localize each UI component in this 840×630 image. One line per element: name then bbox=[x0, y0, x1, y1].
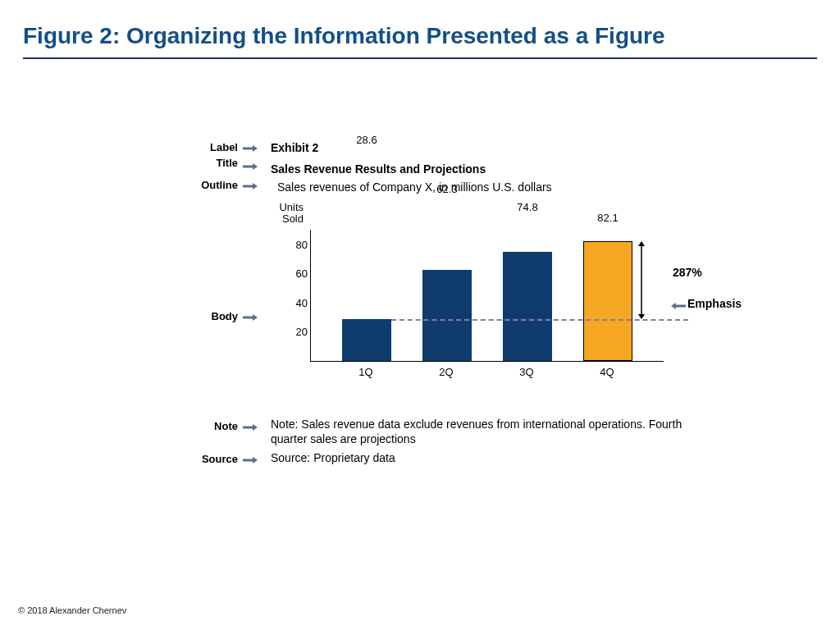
copyright-text: © 2018 Alexander Chernev bbox=[18, 605, 126, 615]
bar-group: 82.1 bbox=[583, 230, 632, 361]
bar-value-label: 82.1 bbox=[583, 212, 632, 226]
x-category-label: 2Q bbox=[422, 366, 471, 378]
bar-value-label: 28.6 bbox=[342, 134, 391, 226]
annotation-outline: Outline bbox=[201, 179, 238, 191]
annotation-body: Body bbox=[212, 310, 239, 322]
reference-line bbox=[391, 319, 688, 321]
annotation-label: Label bbox=[210, 141, 238, 153]
title-divider bbox=[23, 57, 817, 59]
bar-emphasis bbox=[583, 241, 632, 361]
svg-marker-16 bbox=[638, 241, 645, 246]
svg-marker-11 bbox=[253, 457, 258, 463]
bar-value-label: 62.3 bbox=[422, 183, 472, 226]
bar-value-label: 74.8 bbox=[503, 201, 552, 226]
exhibit-source: Source: Proprietary data bbox=[271, 451, 697, 464]
chart-y-axis-label: Units Sold bbox=[267, 202, 304, 225]
figure-stage: Label Title Outline Body Note Source Exh… bbox=[0, 141, 840, 518]
x-category-label: 3Q bbox=[502, 366, 551, 378]
exhibit-title: Sales Revenue Results and Projections bbox=[271, 162, 730, 176]
svg-marker-13 bbox=[671, 303, 676, 309]
y-tick: 20 bbox=[286, 326, 308, 338]
svg-marker-3 bbox=[253, 163, 258, 170]
y-tick: 40 bbox=[286, 296, 308, 308]
bar-group: 74.8 bbox=[503, 230, 552, 361]
svg-marker-5 bbox=[253, 183, 258, 189]
x-category-label: 1Q bbox=[341, 366, 390, 378]
bar bbox=[422, 270, 472, 361]
bar-group: 28.6 bbox=[342, 230, 391, 361]
svg-marker-1 bbox=[253, 145, 258, 152]
exhibit-note: Note: Sales revenue data exclude revenue… bbox=[271, 417, 697, 446]
exhibit-content: Exhibit 2 Sales Revenue Results and Proj… bbox=[271, 141, 730, 386]
svg-marker-7 bbox=[253, 314, 258, 321]
annotation-title: Title bbox=[217, 158, 239, 168]
x-category-label: 4Q bbox=[582, 366, 632, 378]
bar-chart: Units Sold 2040608028.662.374.882.1 287%… bbox=[271, 205, 689, 386]
page-title: Figure 2: Organizing the Information Pre… bbox=[0, 0, 840, 57]
arrow-left-icon bbox=[671, 299, 686, 313]
svg-marker-17 bbox=[638, 314, 645, 319]
exhibit-label: Exhibit 2 bbox=[271, 141, 730, 154]
change-bracket-icon bbox=[637, 241, 646, 319]
arrow-right-icon bbox=[243, 144, 258, 151]
arrow-right-icon bbox=[243, 456, 258, 463]
annotation-note: Note bbox=[214, 420, 238, 432]
svg-marker-9 bbox=[253, 424, 258, 431]
emphasis-label: Emphasis bbox=[687, 297, 742, 310]
arrow-right-icon bbox=[243, 423, 258, 430]
bar bbox=[503, 252, 552, 361]
bar-group: 62.3 bbox=[422, 230, 472, 361]
chart-plot-area: 2040608028.662.374.882.1 bbox=[310, 230, 664, 362]
percent-change-label: 287% bbox=[673, 266, 702, 279]
arrow-right-icon bbox=[243, 182, 258, 189]
arrow-right-icon bbox=[243, 313, 258, 320]
bar bbox=[342, 319, 391, 361]
y-tick: 60 bbox=[286, 267, 308, 280]
y-tick: 80 bbox=[286, 238, 308, 250]
annotation-source: Source bbox=[202, 453, 238, 465]
arrow-right-icon bbox=[243, 162, 258, 169]
